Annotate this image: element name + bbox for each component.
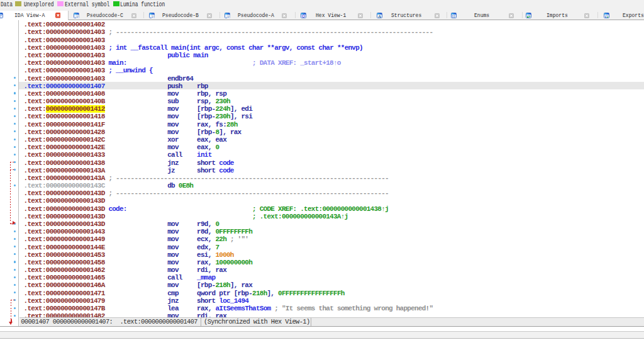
svg-text:A: A [378,14,381,18]
